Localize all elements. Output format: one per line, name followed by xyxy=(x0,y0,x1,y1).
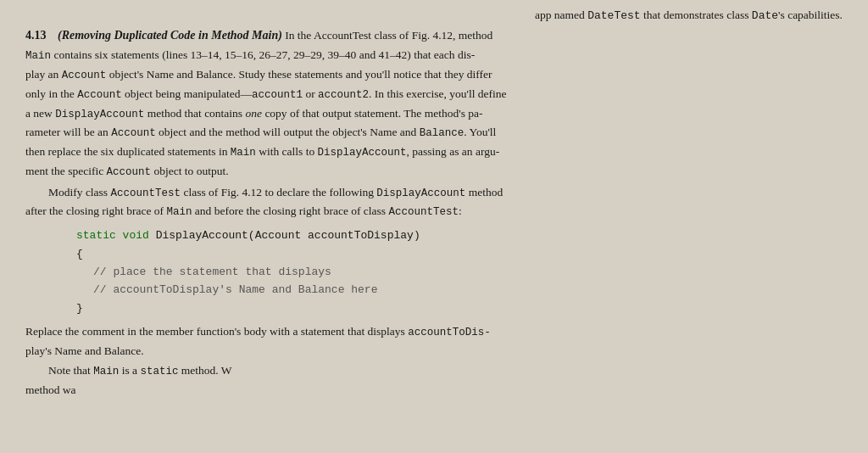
code-block: static void DisplayAccount(Account accou… xyxy=(76,226,843,317)
code-line-3: // place the statement that displays xyxy=(93,263,843,281)
top-continuation-line: app named DateTest that demonstrates cla… xyxy=(25,7,843,25)
code-line-4: // accountToDisplay's Name and Balance h… xyxy=(93,281,843,299)
section-intro: In the AccountTest class of Fig. 4.12, m… xyxy=(285,29,492,42)
section-title: (Removing Duplicated Code in Method Main… xyxy=(58,29,282,42)
para2-text: Modify class AccountTest class of Fig. 4… xyxy=(25,186,503,218)
bottom-paragraph-2: Note that Main is a static method. W xyxy=(25,361,843,381)
cut-off-line: method wa xyxy=(25,381,843,398)
para1-text: Main contains six statements (lines 13–1… xyxy=(25,48,507,177)
bottom-para1-text: Replace the comment in the member functi… xyxy=(25,325,491,357)
bottom-paragraph-1: Replace the comment in the member functi… xyxy=(25,322,843,360)
top-continuation-text: app named DateTest that demonstrates cla… xyxy=(535,8,843,21)
code-line-1: static void DisplayAccount(Account accou… xyxy=(76,226,843,244)
code-line-2: { xyxy=(76,245,843,263)
code-line-5: } xyxy=(76,299,843,317)
main-paragraph-1: Main contains six statements (lines 13–1… xyxy=(25,46,843,181)
bottom-para2-text: Note that Main is a static method. W xyxy=(48,364,232,377)
section-number: 4.13 xyxy=(25,29,47,42)
paragraph-2: Modify class AccountTest class of Fig. 4… xyxy=(25,183,843,222)
section-header: 4.13 (Removing Duplicated Code in Method… xyxy=(25,26,843,45)
cutoff-text: method wa xyxy=(25,383,76,396)
page-container: app named DateTest that demonstrates cla… xyxy=(0,0,868,453)
